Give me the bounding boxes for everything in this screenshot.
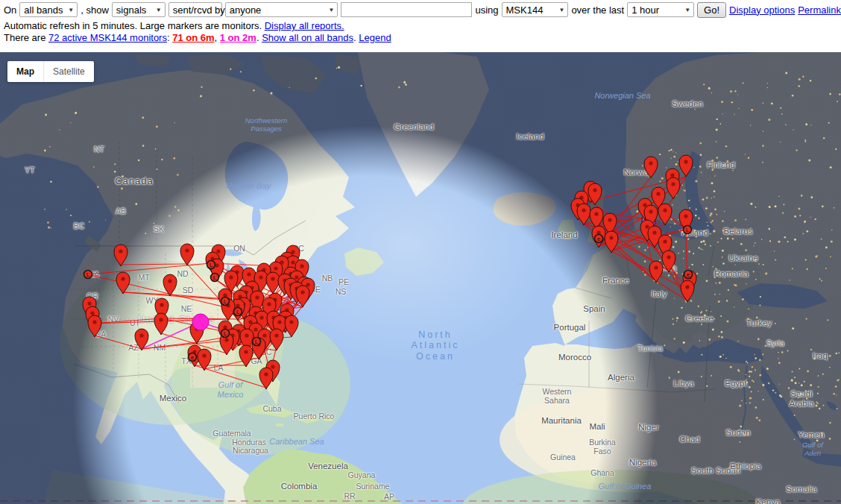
city-light-dot — [289, 87, 289, 88]
city-light-dot — [835, 148, 837, 151]
city-light-dot — [644, 260, 646, 262]
city-light-dot — [816, 401, 818, 403]
city-light-dot — [762, 353, 763, 355]
city-light-dot — [756, 417, 758, 419]
city-light-dot — [114, 163, 116, 165]
magenta-station-marker[interactable] — [192, 314, 209, 330]
period-select[interactable]: 1 hour▼ — [627, 2, 694, 17]
city-light-dot — [701, 317, 702, 318]
city-light-dot — [792, 268, 793, 269]
callsign-input[interactable] — [341, 2, 472, 17]
city-light-dot — [122, 175, 124, 177]
city-light-dot — [825, 268, 827, 269]
monitor-marker[interactable] — [667, 177, 680, 199]
refresh-text: Automatic refresh in 5 minutes. Large ma… — [4, 20, 265, 31]
monitor-marker[interactable] — [679, 155, 693, 177]
city-light-dot — [174, 122, 174, 123]
signals-select[interactable]: signals▼ — [112, 2, 166, 17]
mode-select[interactable]: MSK144▼ — [502, 2, 569, 17]
monitor-marker[interactable] — [662, 251, 675, 272]
go-button[interactable]: Go! — [697, 2, 726, 18]
city-light-dot — [738, 371, 740, 372]
city-light-dot — [804, 221, 806, 223]
city-light-dot — [705, 309, 707, 311]
city-light-dot — [707, 225, 708, 227]
city-light-dot — [730, 366, 732, 368]
small-station-marker[interactable]: L — [221, 297, 230, 306]
city-light-dot — [794, 377, 796, 378]
small-station-marker[interactable]: e — [595, 235, 603, 243]
city-light-dot — [766, 368, 769, 370]
monitors-6m-link[interactable]: 71 on 6m — [172, 32, 214, 43]
monitor-marker[interactable] — [649, 261, 663, 283]
city-light-dot — [755, 207, 756, 208]
monitor-marker[interactable] — [644, 157, 658, 178]
small-station-marker[interactable]: L — [211, 274, 219, 282]
monitor-marker[interactable] — [270, 329, 283, 350]
city-light-dot — [694, 230, 696, 231]
map-view-button[interactable]: Map — [7, 61, 43, 82]
city-light-dot — [716, 141, 717, 142]
city-light-dot — [703, 84, 705, 85]
city-light-dot — [690, 319, 691, 321]
city-light-dot — [818, 386, 819, 388]
small-station-marker[interactable]: L — [207, 261, 215, 269]
city-light-dot — [722, 230, 723, 231]
city-light-dot — [772, 389, 774, 391]
display-options-link[interactable]: Display options — [729, 4, 795, 16]
city-light-dot — [746, 403, 746, 403]
city-light-dot — [817, 393, 819, 394]
monitor-marker[interactable] — [681, 280, 694, 302]
permalink-link[interactable]: Permalink — [798, 4, 841, 16]
monitor-marker[interactable] — [658, 204, 672, 225]
show-all-bands-link[interactable]: Show all on all bands — [262, 32, 353, 43]
display-all-reports-link[interactable]: Display all reports. — [265, 20, 344, 31]
monitor-marker[interactable] — [116, 272, 130, 294]
city-light-dot — [810, 80, 811, 81]
city-light-dot — [798, 208, 800, 210]
city-light-dot — [694, 109, 696, 110]
city-light-dot — [710, 215, 712, 217]
city-light-dot — [716, 119, 718, 120]
city-light-dot — [70, 215, 72, 216]
world-map[interactable]: YTNTBCABSKONQCNBPENSMEWAORCANVUTAZNMMTWY… — [0, 52, 841, 504]
city-light-dot — [710, 245, 711, 247]
small-station-marker[interactable]: L — [221, 330, 230, 338]
city-light-dot — [837, 408, 838, 409]
city-light-dot — [743, 381, 745, 382]
legend-link[interactable]: Legend — [359, 32, 391, 43]
city-light-dot — [816, 403, 818, 404]
monitor-marker[interactable] — [285, 315, 298, 337]
city-light-dot — [695, 180, 697, 182]
monitors-2m-link[interactable]: 1 on 2m — [220, 32, 256, 43]
city-light-dot — [785, 72, 787, 74]
city-light-dot — [806, 398, 807, 400]
monitor-marker[interactable] — [154, 313, 168, 335]
city-light-dot — [831, 240, 833, 242]
band-select[interactable]: all bands▼ — [19, 2, 78, 17]
city-light-dot — [817, 255, 818, 256]
anyone-select[interactable]: anyone▼ — [225, 2, 338, 17]
city-light-dot — [765, 272, 767, 274]
small-station-marker[interactable]: e — [189, 353, 197, 362]
small-station-marker[interactable]: e — [684, 271, 693, 279]
city-light-dot — [718, 300, 720, 303]
sentrcvd-select[interactable]: sent/rcvd by▼ — [168, 2, 222, 17]
small-station-marker[interactable]: L — [684, 226, 692, 234]
city-light-dot — [724, 211, 725, 212]
monitor-marker[interactable] — [239, 345, 253, 367]
monitor-marker[interactable] — [88, 315, 101, 337]
city-light-dot — [730, 274, 731, 276]
monitor-marker[interactable] — [114, 245, 127, 266]
active-monitors-link[interactable]: 72 active MSK144 monitors — [48, 32, 167, 43]
monitor-marker[interactable] — [180, 244, 194, 265]
city-light-dot — [668, 274, 670, 276]
svg-text:L: L — [224, 298, 227, 305]
small-station-marker[interactable]: L — [253, 338, 261, 346]
small-station-marker[interactable]: L — [84, 271, 92, 279]
city-light-dot — [688, 251, 690, 253]
satellite-view-button[interactable]: Satellite — [43, 61, 94, 82]
city-light-dot — [716, 214, 718, 215]
small-station-marker[interactable]: L — [234, 308, 242, 316]
svg-text:e: e — [597, 236, 601, 242]
